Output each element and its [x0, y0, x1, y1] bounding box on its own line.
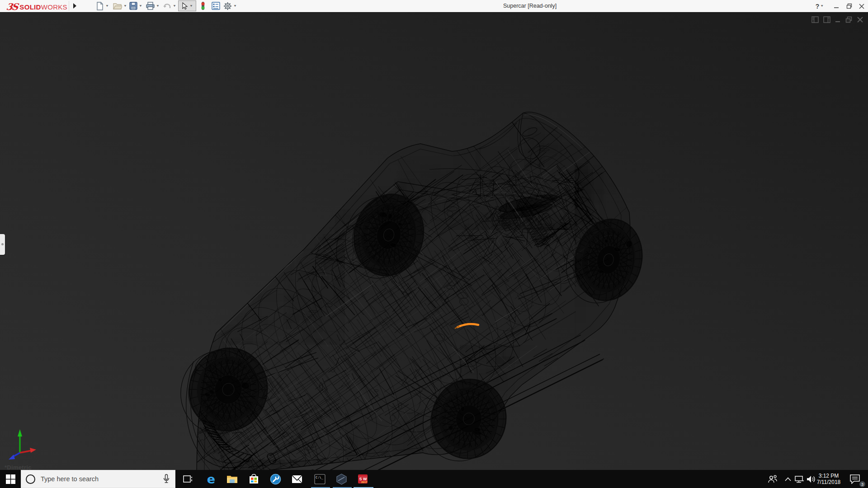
open-icon: [113, 2, 122, 10]
select-tool-button[interactable]: ▼: [178, 0, 196, 11]
document-title: Supercar [Read-only]: [503, 3, 557, 9]
print-button[interactable]: ▼: [146, 1, 160, 11]
store-button[interactable]: [243, 470, 264, 488]
microphone-icon[interactable]: [162, 474, 170, 487]
open-button[interactable]: ▼: [113, 1, 127, 11]
show-feature-pane-icon[interactable]: [811, 16, 819, 23]
orientation-triad[interactable]: [9, 429, 36, 460]
show-display-pane-icon[interactable]: [823, 16, 830, 23]
action-center-button[interactable]: 3: [846, 470, 863, 488]
select-cursor-icon: [181, 2, 188, 10]
restore-button[interactable]: [844, 0, 854, 12]
doc-close-icon[interactable]: [857, 16, 863, 23]
taskbar-search-input[interactable]: Type here to search: [21, 470, 175, 488]
settings-gear-icon: [223, 2, 232, 10]
wireframe-car-model: [0, 13, 868, 470]
brand-works: WORKS: [41, 3, 67, 11]
properties-button[interactable]: [212, 1, 220, 11]
doc-restore-icon[interactable]: [845, 16, 853, 23]
search-placeholder: Type here to search: [41, 475, 99, 483]
solidworks-app-icon: S W2017: [357, 473, 369, 485]
windows-logo-icon: [6, 474, 15, 484]
collapsed-panel-tab[interactable]: [0, 234, 5, 255]
separator: [69, 1, 69, 11]
network-icon[interactable]: [793, 470, 806, 488]
start-button[interactable]: [0, 470, 21, 488]
traffic-light-icon: [200, 1, 206, 10]
tray-expand-chevron[interactable]: [782, 470, 794, 488]
clock-date: 7/11/2018: [814, 479, 844, 485]
undo-button[interactable]: ▼: [163, 1, 176, 11]
solidworks-taskbar-button[interactable]: S W2017: [353, 470, 373, 488]
file-explorer-icon: [226, 474, 238, 484]
hexagon-3d-icon: [336, 474, 347, 485]
save-button[interactable]: ▼: [129, 1, 142, 11]
file-explorer-button[interactable]: [222, 470, 242, 488]
mail-icon: [292, 475, 302, 483]
cortana-icon: [26, 474, 35, 484]
mail-button[interactable]: [287, 470, 307, 488]
undo-icon: [163, 2, 171, 10]
save-icon: [129, 2, 137, 10]
brand-solid: SOLID: [19, 3, 41, 11]
new-document-button[interactable]: ▼: [96, 1, 109, 11]
close-button[interactable]: [857, 0, 866, 12]
clock-time: 3:12 PM: [814, 473, 844, 479]
store-icon: [249, 474, 259, 484]
menu-expand-arrow[interactable]: [71, 2, 78, 10]
3d-viewport[interactable]: *Dimetric: [0, 13, 868, 470]
rebuild-button[interactable]: [200, 1, 206, 11]
svg-text:C:\_: C:\_: [316, 476, 324, 479]
task-view-button[interactable]: [177, 470, 198, 488]
notification-badge: 3: [859, 481, 865, 487]
command-prompt-icon: C:\_: [314, 474, 326, 484]
options-list-icon: [212, 2, 220, 10]
settings-button[interactable]: ▼: [223, 1, 237, 11]
new-document-icon: [96, 2, 104, 10]
minimize-button[interactable]: [832, 0, 841, 12]
help-button[interactable]: ?▼: [815, 0, 825, 12]
viewer-3d-button[interactable]: [331, 470, 352, 488]
wrench-circle-icon: [270, 474, 281, 485]
taskbar: Type here to search e C:\_ S W2017: [0, 470, 868, 488]
get-help-button[interactable]: [265, 470, 286, 488]
print-icon: [146, 2, 155, 10]
ds-logo-icon: 3S: [5, 1, 18, 12]
clock[interactable]: 3:12 PM 7/11/2018: [814, 470, 844, 488]
edge-icon: e: [207, 472, 215, 486]
people-button[interactable]: [765, 470, 780, 488]
command-prompt-button[interactable]: C:\_: [309, 470, 330, 488]
solidworks-logo: 3S SOLIDWORKS: [6, 1, 67, 12]
edge-button[interactable]: e: [201, 470, 222, 488]
panel-tab-dot: [1, 243, 4, 245]
svg-text:2017: 2017: [361, 481, 368, 483]
doc-minimize-icon[interactable]: [835, 16, 841, 23]
titlebar: 3S SOLIDWORKS ▼ ▼ ▼ ▼ ▼ ▼ ▼ Supercar [Re…: [0, 0, 868, 12]
